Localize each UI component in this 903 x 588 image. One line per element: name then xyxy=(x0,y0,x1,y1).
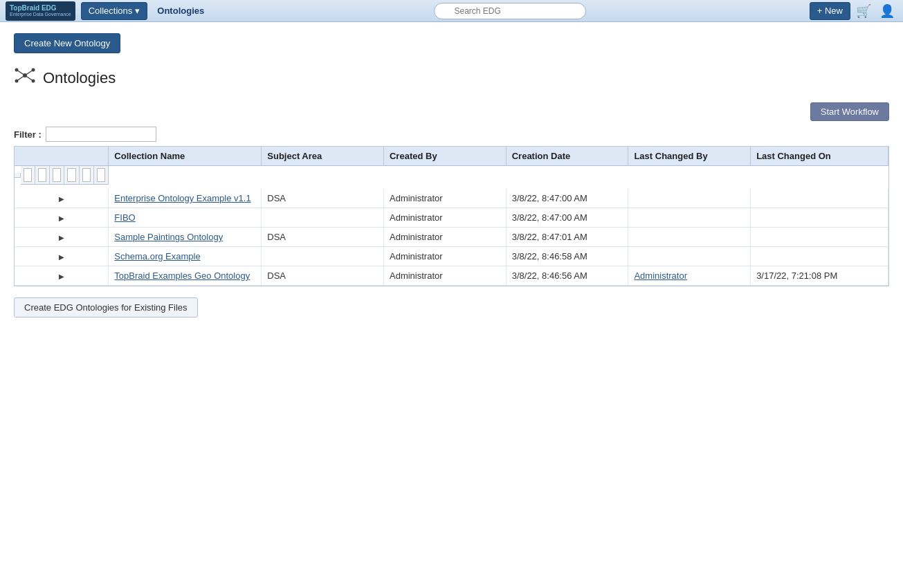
logo-top: TopBraid EDG xyxy=(10,4,71,12)
subject-area-cell xyxy=(262,247,384,266)
header-right: + New 🛒 👤 xyxy=(810,2,897,20)
expand-cell[interactable]: ▶ xyxy=(15,266,109,286)
filter-created-by-input[interactable] xyxy=(53,168,61,182)
main-content: Create New Ontology Ontologies Start Wor… xyxy=(0,22,903,329)
subject-area-cell: DSA xyxy=(262,189,384,208)
col-header-subject: Subject Area xyxy=(262,147,384,166)
table-row: ▶Enterprise Ontology Example v1.1DSAAdmi… xyxy=(15,189,888,208)
creation-date-cell: 3/8/22, 8:46:58 AM xyxy=(506,247,628,266)
expand-cell[interactable]: ▶ xyxy=(15,189,109,208)
new-button[interactable]: + New xyxy=(810,2,850,20)
last-changed-on-cell xyxy=(751,228,888,247)
filter-input[interactable] xyxy=(46,127,156,142)
collection-name-link[interactable]: Sample Paintings Ontology xyxy=(114,232,223,242)
last-changed-by-cell xyxy=(628,208,751,228)
filter-subject-input[interactable] xyxy=(38,168,46,182)
collections-menu-button[interactable]: Collections ▾ xyxy=(81,2,148,20)
creation-date-cell: 3/8/22, 8:47:00 AM xyxy=(506,208,628,228)
search-area: 🔍 xyxy=(214,3,807,19)
expand-cell[interactable]: ▶ xyxy=(15,208,109,228)
table-row: ▶Sample Paintings OntologyDSAAdministrat… xyxy=(15,228,888,247)
last-changed-by-cell xyxy=(628,189,751,208)
svg-line-5 xyxy=(17,70,25,75)
page-title-area: Ontologies xyxy=(14,64,889,91)
last-changed-by-link[interactable]: Administrator xyxy=(634,270,687,281)
logo-area: TopBraid EDG Enterprise Data Governance xyxy=(6,1,75,21)
cart-button[interactable]: 🛒 xyxy=(853,2,874,20)
filter-last-changed-by-cell xyxy=(80,166,94,185)
last-changed-by-cell: Administrator xyxy=(628,266,751,286)
last-changed-by-cell xyxy=(628,247,751,266)
collection-name-cell: TopBraid Examples Geo Ontology xyxy=(109,266,262,286)
collection-name-cell: FIBO xyxy=(109,208,262,228)
created-by-cell: Administrator xyxy=(383,208,506,228)
table-body: ▶Enterprise Ontology Example v1.1DSAAdmi… xyxy=(15,189,888,286)
expand-header xyxy=(15,147,109,166)
filter-creation-date-cell xyxy=(64,166,79,185)
create-for-existing-files-button[interactable]: Create EDG Ontologies for Existing Files xyxy=(14,297,198,318)
col-header-last-changed-by: Last Changed By xyxy=(628,147,751,166)
toolbar-right: Start Workflow xyxy=(14,102,889,121)
collection-name-cell: Enterprise Ontology Example v1.1 xyxy=(109,189,262,208)
filter-name-input[interactable] xyxy=(24,168,32,182)
col-header-creation-date: Creation Date xyxy=(506,147,628,166)
table-wrapper: Collection Name Subject Area Created By … xyxy=(14,146,889,286)
ontologies-table: Collection Name Subject Area Created By … xyxy=(15,147,888,286)
filter-last-changed-on-cell xyxy=(94,166,109,185)
collection-name-link[interactable]: FIBO xyxy=(114,212,135,223)
last-changed-on-cell xyxy=(751,189,888,208)
collections-arrow: ▾ xyxy=(135,6,140,16)
filter-last-changed-by-input[interactable] xyxy=(82,168,91,182)
creation-date-cell: 3/8/22, 8:46:56 AM xyxy=(506,266,628,286)
expand-icon: ▶ xyxy=(59,273,64,280)
filter-created-by-cell xyxy=(50,166,64,185)
collections-label: Collections xyxy=(89,6,133,16)
last-changed-on-cell: 3/17/22, 7:21:08 PM xyxy=(751,266,888,286)
created-by-cell: Administrator xyxy=(383,247,506,266)
search-input[interactable] xyxy=(434,3,586,19)
page-title: Ontologies xyxy=(43,69,116,87)
table-row: ▶Schema.org ExampleAdministrator3/8/22, … xyxy=(15,247,888,266)
collection-name-cell: Schema.org Example xyxy=(109,247,262,266)
filter-label: Filter : xyxy=(14,129,42,140)
subject-area-cell: DSA xyxy=(262,266,384,286)
user-button[interactable]: 👤 xyxy=(877,2,897,20)
expand-icon: ▶ xyxy=(59,195,64,203)
last-changed-on-cell xyxy=(751,247,888,266)
collection-name-link[interactable]: TopBraid Examples Geo Ontology xyxy=(114,270,250,281)
subject-area-cell: DSA xyxy=(262,228,384,247)
expand-icon: ▶ xyxy=(59,253,64,261)
col-header-created-by: Created By xyxy=(383,147,506,166)
table-scroll-container[interactable]: Collection Name Subject Area Created By … xyxy=(15,147,888,286)
last-changed-by-cell xyxy=(628,228,751,247)
filter-last-changed-on-input[interactable] xyxy=(97,168,105,182)
ontology-icon xyxy=(14,64,36,91)
bottom-btn-area: Create EDG Ontologies for Existing Files xyxy=(14,297,889,318)
svg-line-8 xyxy=(25,75,33,81)
header: TopBraid EDG Enterprise Data Governance … xyxy=(0,0,903,22)
collection-name-link[interactable]: Schema.org Example xyxy=(114,251,200,261)
table-header-row: Collection Name Subject Area Created By … xyxy=(15,147,888,166)
expand-cell[interactable]: ▶ xyxy=(15,247,109,266)
expand-cell[interactable]: ▶ xyxy=(15,228,109,247)
creation-date-cell: 3/8/22, 8:47:01 AM xyxy=(506,228,628,247)
filter-creation-date-input[interactable] xyxy=(67,168,75,182)
cart-icon: 🛒 xyxy=(856,4,871,18)
last-changed-on-cell xyxy=(751,208,888,228)
table-row: ▶TopBraid Examples Geo OntologyDSAAdmini… xyxy=(15,266,888,286)
filter-name-cell xyxy=(21,166,35,185)
subject-area-cell xyxy=(262,208,384,228)
table-row: ▶FIBOAdministrator3/8/22, 8:47:00 AM xyxy=(15,208,888,228)
svg-line-6 xyxy=(25,70,33,75)
created-by-cell: Administrator xyxy=(383,228,506,247)
create-new-ontology-button[interactable]: Create New Ontology xyxy=(14,33,120,53)
svg-line-7 xyxy=(17,75,25,81)
created-by-cell: Administrator xyxy=(383,266,506,286)
ontologies-nav-link[interactable]: Ontologies xyxy=(150,3,211,18)
user-icon: 👤 xyxy=(879,4,895,18)
created-by-cell: Administrator xyxy=(383,189,506,208)
logo-bottom: Enterprise Data Governance xyxy=(10,12,71,17)
filter-row: Filter : xyxy=(14,127,889,142)
start-workflow-button[interactable]: Start Workflow xyxy=(810,102,889,121)
collection-name-link[interactable]: Enterprise Ontology Example v1.1 xyxy=(114,193,250,203)
